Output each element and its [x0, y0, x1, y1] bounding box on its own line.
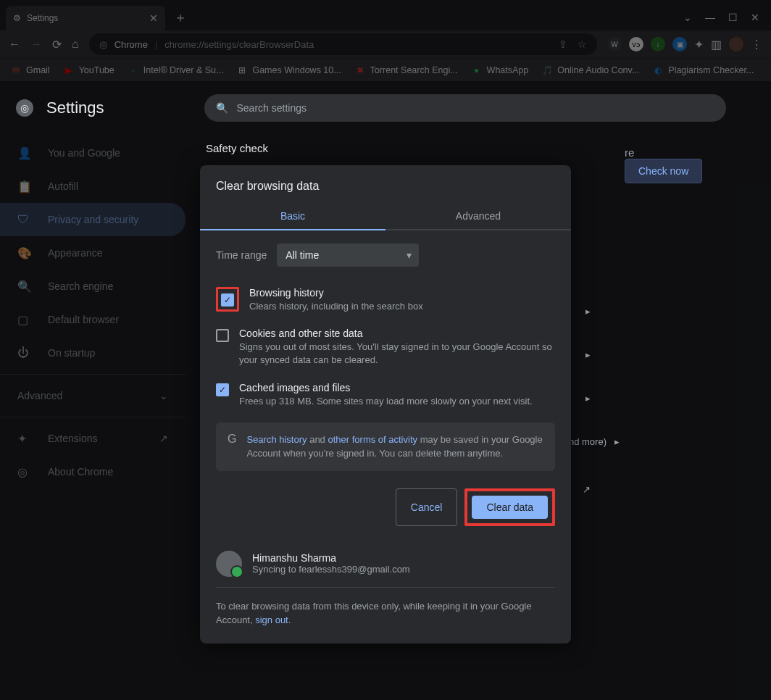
link-sign-out[interactable]: sign out	[255, 614, 288, 625]
option-cache[interactable]: ✓ Cached images and files Frees up 318 M…	[216, 375, 555, 415]
option-desc: Frees up 318 MB. Some sites may load mor…	[239, 395, 533, 408]
ext-icon-2[interactable]: vɔ	[629, 37, 643, 51]
palette-icon: 🎨	[17, 246, 32, 260]
option-desc: Signs you out of most sites. You'll stay…	[239, 341, 555, 367]
sidebar-item-autofill[interactable]: 📋Autofill	[0, 170, 186, 203]
tab-advanced[interactable]: Advanced	[386, 203, 571, 230]
page-title: Settings	[46, 99, 104, 117]
checkbox-cache[interactable]: ✓	[216, 383, 229, 396]
gmail-icon: ✉	[10, 64, 22, 76]
home-icon[interactable]: ⌂	[72, 38, 79, 51]
chrome-icon: ◎	[99, 39, 107, 50]
google-info-box: G Search history and other forms of acti…	[216, 422, 555, 471]
plagiarism-icon: ◐	[652, 64, 664, 76]
bookmark-plagiarism[interactable]: ◐Plagiarism Checker...	[652, 64, 754, 76]
bookmark-gmail[interactable]: ✉Gmail	[10, 64, 50, 76]
bookmark-torrent[interactable]: ✖Torrent Search Engi...	[354, 64, 458, 76]
address-bar: ← → ⟳ ⌂ ◎ Chrome | chrome://settings/cle…	[0, 30, 771, 58]
dialog-tabs: Basic Advanced	[200, 203, 571, 230]
sidebar-extensions[interactable]: ✦Extensions↗	[0, 422, 186, 455]
maximize-icon[interactable]: ☐	[728, 12, 738, 23]
option-title: Cookies and other site data	[239, 328, 555, 339]
dialog-title: Clear browsing data	[200, 165, 571, 203]
profile-avatar-icon[interactable]	[729, 37, 743, 51]
bookmark-audio[interactable]: 🎵Online Audio Conv...	[541, 64, 639, 76]
option-title: Cached images and files	[239, 382, 533, 393]
omnibox[interactable]: ◎ Chrome | chrome://settings/clearBrowse…	[89, 33, 597, 55]
clear-data-button[interactable]: Clear data	[472, 496, 548, 519]
close-tab-icon[interactable]: ✕	[149, 12, 158, 24]
window-controls: ⌄ — ☐ ✕	[672, 4, 771, 30]
sidebar-about[interactable]: ◎About Chrome	[0, 455, 186, 488]
bookmarks-bar: ✉Gmail ▶YouTube ◦Intel® Driver & Su... ⊞…	[0, 58, 771, 81]
search-icon: 🔍	[17, 280, 32, 293]
option-browsing-history[interactable]: ✓ Browsing history Clears history, inclu…	[216, 280, 555, 320]
back-icon[interactable]: ←	[9, 38, 20, 51]
dialog-actions: Cancel Clear data	[200, 478, 571, 541]
bookmark-youtube[interactable]: ▶YouTube	[63, 64, 114, 76]
time-range-row: Time range All time	[216, 243, 555, 267]
bookmark-intel[interactable]: ◦Intel® Driver & Su...	[128, 64, 224, 76]
sidebar-item-you[interactable]: 👤You and Google	[0, 136, 186, 170]
highlight-red-box: Clear data	[464, 488, 555, 526]
option-cookies[interactable]: Cookies and other site data Signs you ou…	[216, 320, 555, 374]
info-message: Search history and other forms of activi…	[246, 433, 543, 461]
windows-icon: ⊞	[236, 64, 248, 76]
external-link-icon: ↗	[159, 433, 168, 444]
clipboard-icon: 📋	[17, 180, 32, 193]
dialog-footer: To clear browsing data from this device …	[216, 587, 555, 643]
sidebar-item-search[interactable]: 🔍Search engine	[0, 270, 186, 303]
ext-icon-4[interactable]: ▣	[672, 37, 687, 51]
sidebar-item-appearance[interactable]: 🎨Appearance	[0, 236, 186, 270]
new-tab-button[interactable]: ＋	[165, 4, 196, 30]
extensions-icon[interactable]: ✦	[694, 38, 704, 51]
person-icon: 👤	[17, 146, 32, 160]
share-icon[interactable]: ⇪	[559, 38, 567, 50]
checkbox-browsing-history[interactable]: ✓	[221, 293, 234, 307]
tab-title: Settings	[27, 13, 58, 23]
close-window-icon[interactable]: ✕	[751, 12, 759, 23]
minimize-icon[interactable]: —	[705, 12, 715, 23]
puzzle-icon: ✦	[17, 432, 32, 446]
link-other-activity[interactable]: other forms of activity	[328, 434, 417, 445]
google-icon: G	[228, 433, 236, 461]
option-desc: Clears history, including in the search …	[249, 300, 423, 313]
reload-icon[interactable]: ⟳	[52, 38, 62, 51]
option-title: Browsing history	[249, 287, 423, 299]
shield-icon: 🛡	[17, 213, 32, 226]
forward-icon[interactable]: →	[30, 38, 42, 51]
browser-tab[interactable]: ⚙ Settings ✕	[6, 6, 165, 30]
clear-browsing-data-dialog: Clear browsing data Basic Advanced Time …	[200, 165, 571, 643]
tab-basic[interactable]: Basic	[200, 203, 386, 230]
url-text: chrome://settings/clearBrowserData	[164, 39, 314, 50]
sidebar-item-privacy[interactable]: 🛡Privacy and security	[0, 203, 186, 236]
chrome-icon: ◎	[17, 465, 32, 479]
link-search-history[interactable]: Search history	[246, 434, 307, 445]
cancel-button[interactable]: Cancel	[396, 488, 458, 526]
check-now-button[interactable]: Check now	[625, 159, 702, 183]
sidepanel-icon[interactable]: ▥	[711, 38, 722, 51]
torrent-icon: ✖	[354, 64, 366, 76]
titlebar: ⚙ Settings ✕ ＋ ⌄ — ☐ ✕	[0, 0, 771, 30]
bookmark-games[interactable]: ⊞Games Windows 10...	[236, 64, 341, 76]
bookmark-whatsapp[interactable]: ●WhatsApp	[471, 64, 529, 76]
checkbox-cookies[interactable]	[216, 329, 229, 342]
user-avatar	[216, 551, 242, 577]
sidebar-item-startup[interactable]: ⏻On startup	[0, 336, 186, 370]
menu-icon[interactable]: ⋮	[751, 38, 762, 51]
browser-icon: ▢	[17, 313, 32, 327]
ext-icon-3[interactable]: ↓	[651, 37, 665, 51]
dialog-body: Time range All time ✓ Browsing history C…	[200, 230, 571, 478]
highlight-red-box: ✓	[216, 287, 239, 312]
sidebar-item-default[interactable]: ▢Default browser	[0, 303, 186, 336]
ext-icon-1[interactable]: W	[607, 37, 622, 51]
time-range-label: Time range	[216, 249, 267, 261]
sidebar-advanced[interactable]: Advanced⌄	[0, 379, 186, 412]
sync-account-row: Himanshu Sharma Syncing to fearlesshs399…	[200, 541, 571, 587]
star-icon[interactable]: ☆	[578, 38, 587, 50]
chevron-down-icon: ⌄	[159, 390, 168, 401]
settings-sidebar: 👤You and Google 📋Autofill 🛡Privacy and s…	[0, 81, 186, 700]
chrome-logo-icon: ◎	[16, 99, 33, 117]
chevron-down-icon[interactable]: ⌄	[683, 12, 692, 23]
time-range-select[interactable]: All time	[277, 243, 419, 267]
